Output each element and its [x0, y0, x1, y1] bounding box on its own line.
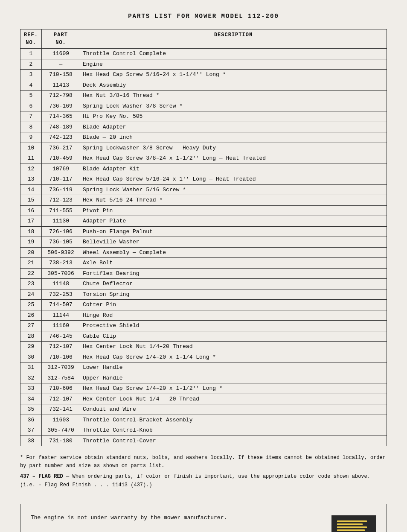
cell-description: Axle Bolt [80, 258, 387, 269]
cell-part: 742-123 [42, 132, 80, 143]
table-row: 20506-9392Wheel Assembly — Complete [20, 247, 387, 258]
cell-description: Hinge Rod [80, 310, 387, 321]
cell-ref: 19 [20, 237, 42, 248]
yp-line-1 [337, 520, 367, 522]
cell-part: 305-7470 [42, 425, 80, 436]
cell-description: Hex Head Cap Screw 1/4–20 x 1-1/2'' Long… [80, 383, 387, 394]
table-row: 3710-158Hex Head Cap Screw 5/16–24 x 1-1… [20, 70, 387, 80]
table-row: 31312-7039Lower Handle [20, 362, 387, 373]
cell-description: Chute Deflector [80, 279, 387, 289]
cell-part: 736-119 [42, 184, 80, 195]
table-row: 18726-106Push-on Flange Palnut [20, 226, 387, 237]
table-row: 15712-123Hex Nut 5/16–24 Thread * [20, 195, 387, 206]
cell-part: 10769 [42, 164, 80, 174]
cell-part: 506-9392 [42, 247, 80, 258]
engine-line1: The engine is not under warranty by the … [31, 513, 278, 523]
cell-part: 312-7584 [42, 373, 80, 383]
cell-description: Conduit and Wire [80, 404, 387, 415]
cell-description: Hex Nut 5/16–24 Thread * [80, 195, 387, 206]
table-row: 411413Deck Assembly [20, 80, 387, 91]
table-row: 11710-459Hex Head Cap Screw 3/8–24 x 1-1… [20, 153, 387, 164]
cell-description: Fortiflex Bearing [80, 268, 387, 279]
table-row: 29712-107Hex Center Lock Nut 1/4–20 Thre… [20, 342, 387, 352]
cell-ref: 11 [20, 153, 42, 164]
cell-ref: 9 [20, 132, 42, 143]
table-row: 30710-106Hex Head Cap Screw 1/4–20 x 1-1… [20, 352, 387, 362]
parts-table: REF.NO. PARTNO. DESCRIPTION 111609Thrott… [20, 29, 387, 446]
table-row: 28746-145Cable Clip [20, 331, 387, 342]
cell-ref: 2 [20, 59, 42, 70]
cell-description: Protective Shield [80, 321, 387, 331]
cell-ref: 3 [20, 70, 42, 80]
cell-part: 712-798 [42, 91, 80, 101]
cell-part: 746-145 [42, 331, 80, 342]
cell-part: 714-507 [42, 300, 80, 310]
table-row: 25714-507Cotter Pin [20, 300, 387, 310]
table-row: 33710-606Hex Head Cap Screw 1/4–20 x 1-1… [20, 383, 387, 394]
cell-ref: 15 [20, 195, 42, 206]
header-ref: REF.NO. [20, 29, 42, 49]
table-row: 35732-141Conduit and Wire [20, 404, 387, 415]
cell-part: 711-555 [42, 205, 80, 216]
footnote-asterisk: * For faster service obtain standard nut… [20, 454, 387, 470]
cell-description: Blade — 20 inch [80, 132, 387, 143]
cell-ref: 16 [20, 205, 42, 216]
cell-part: 712-107 [42, 342, 80, 352]
table-row: 32312-7584Upper Handle [20, 373, 387, 383]
cell-ref: 20 [20, 247, 42, 258]
cell-part: — [42, 59, 80, 70]
table-row: 9742-123Blade — 20 inch [20, 132, 387, 143]
footnote-color: 437 – FLAG RED — When ordering parts, if… [20, 473, 387, 489]
cell-description: Torsion Spring [80, 289, 387, 300]
cell-description: Blade Adapter Kit [80, 164, 387, 174]
table-row: 2—Engine [20, 59, 387, 70]
cell-description: Blade Adapter [80, 122, 387, 132]
cell-part: 738-213 [42, 258, 80, 269]
header-part: PARTNO. [42, 29, 80, 49]
page-title: PARTS LIST FOR MOWER MODEL 112-200 [20, 13, 387, 20]
cell-part: 11413 [42, 80, 80, 91]
table-row: 2711160Protective Shield [20, 321, 387, 331]
cell-part: 726-106 [42, 226, 80, 237]
cell-part: 732-141 [42, 404, 80, 415]
cell-part: 712-107 [42, 394, 80, 404]
cell-description: Hex Nut 3/8–16 Thread * [80, 91, 387, 101]
cell-part: 11160 [42, 321, 80, 331]
cell-ref: 12 [20, 164, 42, 174]
table-row: 21738-213Axle Bolt [20, 258, 387, 269]
table-row: 1210769Blade Adapter Kit [20, 164, 387, 174]
cell-description: Throttle Control-Cover [80, 436, 387, 446]
cell-ref: 8 [20, 122, 42, 132]
cell-part: 731-180 [42, 436, 80, 446]
cell-description: Cotter Pin [80, 300, 387, 310]
cell-part: 748-189 [42, 122, 80, 132]
cell-ref: 13 [20, 174, 42, 185]
cell-description: Hi Pro Key No. 505 [80, 111, 387, 122]
cell-ref: 25 [20, 300, 42, 310]
cell-ref: 27 [20, 321, 42, 331]
cell-description: Belleville Washer [80, 237, 387, 248]
table-row: 6736-169Spring Lock Washer 3/8 Screw * [20, 101, 387, 111]
table-row: 22305-7006Fortiflex Bearing [20, 268, 387, 279]
cell-description: Throttle Control-Knob [80, 425, 387, 436]
table-row: 34712-107Hex Center Lock Nut 1/4 – 20 Th… [20, 394, 387, 404]
cell-ref: 14 [20, 184, 42, 195]
cell-part: 710-106 [42, 352, 80, 362]
cell-description: Pivot Pin [80, 205, 387, 216]
table-row: 24732-253Torsion Spring [20, 289, 387, 300]
cell-ref: 24 [20, 289, 42, 300]
table-row: 111609Throttle Control Complete [20, 49, 387, 59]
cell-part: 312-7039 [42, 362, 80, 373]
cell-ref: 17 [20, 216, 42, 227]
cell-ref: 35 [20, 404, 42, 415]
cell-ref: 10 [20, 143, 42, 153]
cell-description: Hex Head Cap Screw 1/4–20 x 1-1/4 Long * [80, 352, 387, 362]
cell-description: Hex Center Lock Nut 1/4 – 20 Thread [80, 394, 387, 404]
cell-part: 11148 [42, 279, 80, 289]
cell-part: 736-169 [42, 101, 80, 111]
table-row: 8748-189Blade Adapter [20, 122, 387, 132]
cell-description: Adapter Plate [80, 216, 387, 227]
yp-line-3 [337, 526, 367, 528]
cell-ref: 23 [20, 279, 42, 289]
cell-description: Push-on Flange Palnut [80, 226, 387, 237]
